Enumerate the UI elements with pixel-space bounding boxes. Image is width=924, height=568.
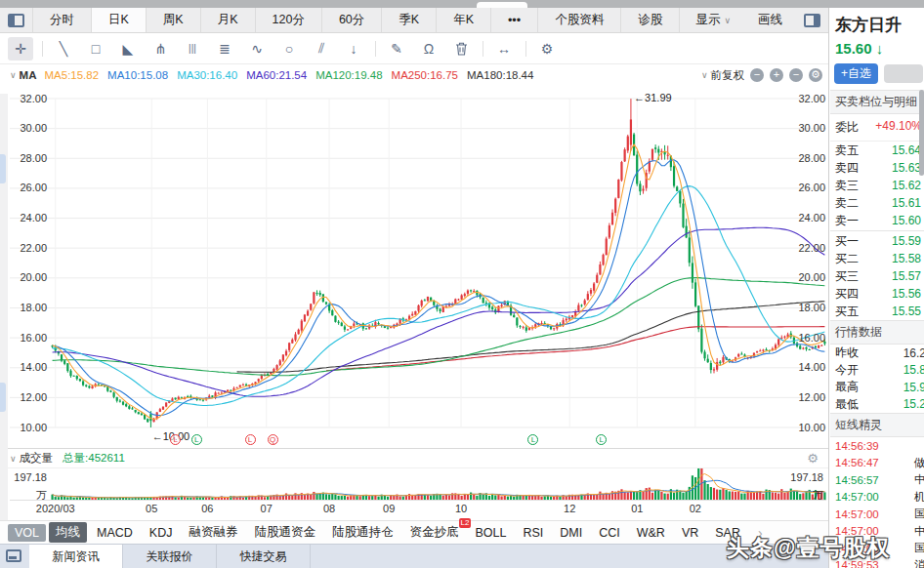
volume-chart[interactable]: 197.18197.18万万2020/03050607080910120102 bbox=[0, 468, 828, 520]
tab-季K[interactable]: 季K bbox=[382, 8, 437, 32]
ask-row[interactable]: 卖二15.61 bbox=[830, 194, 924, 212]
indicator-tab-均线[interactable]: 均线 bbox=[49, 522, 87, 543]
y-axis-label: 24.00 bbox=[8, 212, 47, 223]
gann-icon[interactable]: ≣ bbox=[212, 37, 237, 61]
more-actions-button[interactable] bbox=[884, 64, 923, 83]
bottom-tab-快捷交易[interactable]: 快捷交易 bbox=[217, 545, 311, 568]
ask-levels: 卖五15.64卖四15.63卖三15.62卖二15.61卖一15.60 bbox=[830, 142, 924, 229]
sentinel-time: 14:56:47 bbox=[835, 457, 879, 468]
market-value: 15.2 bbox=[903, 397, 924, 411]
sentinel-text: 国 bbox=[914, 541, 924, 555]
collapse-pane-icon[interactable]: − bbox=[789, 68, 803, 82]
bid-row[interactable]: 买四15.56 bbox=[830, 285, 924, 303]
ask-row-label: 卖二 bbox=[835, 195, 859, 212]
tab-分时[interactable]: 分时 bbox=[32, 8, 92, 32]
move-icon[interactable]: ✛ bbox=[8, 37, 33, 61]
toolbar-separator bbox=[42, 41, 43, 57]
indicator-tab-DMI[interactable]: DMI bbox=[553, 524, 589, 542]
magnet-icon[interactable]: Ω bbox=[416, 37, 441, 61]
tab-月K[interactable]: 月K bbox=[201, 8, 256, 32]
display-menu-button[interactable]: 显示∨ bbox=[682, 12, 744, 28]
candlestick-chart[interactable]: 32.0032.0030.0030.0028.0028.0026.0026.00… bbox=[0, 86, 828, 449]
bid-row[interactable]: 买二15.58 bbox=[830, 250, 924, 267]
indicator-tab-KDJ[interactable]: KDJ bbox=[143, 524, 180, 542]
ma-bar-right: ∨ 前复权 −+−⚙ bbox=[701, 68, 828, 83]
toolbar-right-group: 显示∨ 画线 bbox=[682, 12, 828, 28]
sentinel-row: 14:56:39 bbox=[830, 437, 924, 455]
x-axis-label: 06 bbox=[178, 503, 236, 514]
drawline-button[interactable]: 画线 bbox=[744, 12, 796, 28]
scrollbar-thumb[interactable] bbox=[919, 90, 924, 176]
trendline-icon[interactable]: ╲ bbox=[51, 37, 76, 61]
ask-row[interactable]: 卖三15.62 bbox=[830, 177, 924, 194]
toolbar-separator bbox=[375, 41, 376, 57]
y-axis-label: 16.00 bbox=[8, 332, 47, 344]
fan-lines-icon[interactable]: ◣ bbox=[115, 37, 141, 61]
collapse-chevron-icon[interactable]: ∨ bbox=[10, 70, 17, 80]
watch-row: +自选 bbox=[834, 63, 924, 84]
sentinel-text: 做 bbox=[914, 456, 924, 470]
bid-row[interactable]: 买三15.57 bbox=[830, 267, 924, 285]
indicator-tab-陆股通资金[interactable]: 陆股通资金 bbox=[247, 522, 322, 543]
tab-周K[interactable]: 周K bbox=[147, 8, 201, 32]
left-strip-handle[interactable] bbox=[0, 154, 6, 183]
divider bbox=[830, 230, 924, 231]
tab-60分[interactable]: 60分 bbox=[322, 8, 382, 32]
indicator-tab-RSI[interactable]: RSI bbox=[516, 524, 550, 542]
chevron-down-icon: ∨ bbox=[701, 70, 708, 80]
app-window: 分时日K周K月K120分60分季K年K•••个股资料诊股 显示∨ 画线 ✛╲□◣… bbox=[0, 0, 924, 568]
hresize-icon[interactable]: ↔ bbox=[491, 37, 517, 61]
rectangle-icon[interactable]: □ bbox=[83, 37, 108, 61]
ask-row[interactable]: 卖四15.63 bbox=[830, 159, 924, 177]
settings-gear-icon[interactable]: ⚙ bbox=[809, 68, 822, 82]
pencil-icon[interactable]: ✎ bbox=[384, 37, 409, 61]
indicator-tab-资金抄底[interactable]: 资金抄底L2 bbox=[402, 522, 465, 543]
market-label: 最高 bbox=[835, 379, 859, 395]
bottom-tab-关联报价[interactable]: 关联报价 bbox=[123, 545, 217, 568]
trash-icon[interactable] bbox=[448, 37, 474, 61]
market-row: 昨收16.2 bbox=[830, 345, 924, 362]
tab-120分[interactable]: 120分 bbox=[256, 8, 322, 32]
bid-row[interactable]: 买一15.59 bbox=[830, 232, 924, 250]
indicator-tab-陆股通持仓[interactable]: 陆股通持仓 bbox=[325, 522, 400, 543]
indicator-tab-W&R[interactable]: W&R bbox=[630, 524, 672, 542]
sentinel-text: 中 bbox=[914, 524, 924, 539]
market-value: 15.8 bbox=[903, 363, 924, 377]
zoom-in-icon[interactable]: + bbox=[770, 68, 783, 82]
tab-个股资料[interactable]: 个股资料 bbox=[538, 8, 621, 32]
tab-日K[interactable]: 日K bbox=[92, 8, 147, 32]
arrow-down-icon[interactable]: ↓ bbox=[341, 37, 366, 61]
gear-icon[interactable]: ⚙ bbox=[807, 451, 828, 466]
tab-年K[interactable]: 年K bbox=[437, 8, 491, 32]
hatch-icon[interactable]: ⫽ bbox=[309, 37, 334, 61]
zoom-out-icon[interactable]: − bbox=[750, 68, 764, 82]
quote-panel: 东方日升 15.60 ↓ +自选 买卖档位与明细 委比 +49.10% 卖五15… bbox=[830, 8, 924, 568]
left-strip-handle[interactable] bbox=[0, 383, 6, 412]
panel-bottom-toggle-icon[interactable] bbox=[6, 549, 21, 562]
indicator-tab-融资融券[interactable]: 融资融券 bbox=[182, 522, 244, 543]
ask-row-price: 15.62 bbox=[892, 179, 921, 192]
right-panel-toggle-icon[interactable] bbox=[804, 14, 820, 27]
pitchfork-icon[interactable]: ⋔ bbox=[147, 37, 173, 61]
tab-诊股[interactable]: 诊股 bbox=[621, 8, 680, 32]
indicator-tab-VOL[interactable]: VOL bbox=[8, 524, 46, 542]
gear-icon[interactable]: ⚙ bbox=[534, 37, 560, 61]
bid-row[interactable]: 买五15.55 bbox=[830, 303, 924, 320]
collapse-chevron-icon[interactable]: ∨ bbox=[10, 454, 17, 464]
adjust-mode-label[interactable]: 前复权 bbox=[711, 68, 745, 83]
y-axis-label: 28.00 bbox=[8, 152, 47, 164]
ask-row[interactable]: 卖五15.64 bbox=[830, 142, 924, 159]
ellipse-icon[interactable]: ○ bbox=[276, 37, 302, 61]
indicator-tab-CCI[interactable]: CCI bbox=[592, 524, 627, 542]
indicator-tab-MACD[interactable]: MACD bbox=[90, 524, 140, 542]
indicator-tab-VR[interactable]: VR bbox=[675, 524, 705, 542]
y-axis-label: 30.00 bbox=[786, 122, 825, 134]
add-watchlist-button[interactable]: +自选 bbox=[834, 63, 878, 84]
wave-icon[interactable]: ∿ bbox=[244, 37, 270, 61]
ask-row[interactable]: 卖一15.60 bbox=[830, 212, 924, 229]
indicator-tab-BOLL[interactable]: BOLL bbox=[468, 524, 513, 542]
vertical-lines-icon[interactable]: ||| bbox=[180, 37, 205, 61]
left-panel-toggle-icon[interactable] bbox=[8, 14, 24, 27]
tab-•••[interactable]: ••• bbox=[491, 8, 538, 32]
bottom-tab-新闻资讯[interactable]: 新闻资讯 bbox=[29, 545, 123, 568]
